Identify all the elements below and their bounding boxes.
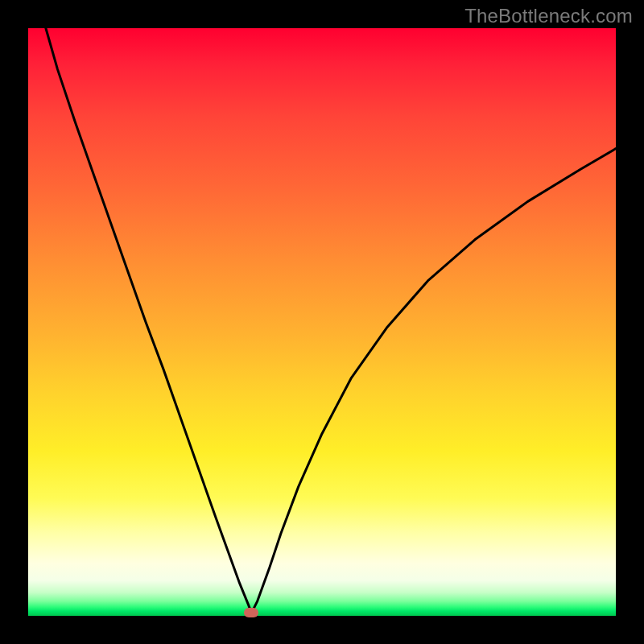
plot-area — [28, 28, 616, 616]
bottleneck-curve — [28, 28, 616, 616]
watermark-text: TheBottleneck.com — [464, 5, 633, 27]
min-marker — [244, 608, 258, 617]
chart-frame: TheBottleneck.com — [0, 0, 644, 644]
